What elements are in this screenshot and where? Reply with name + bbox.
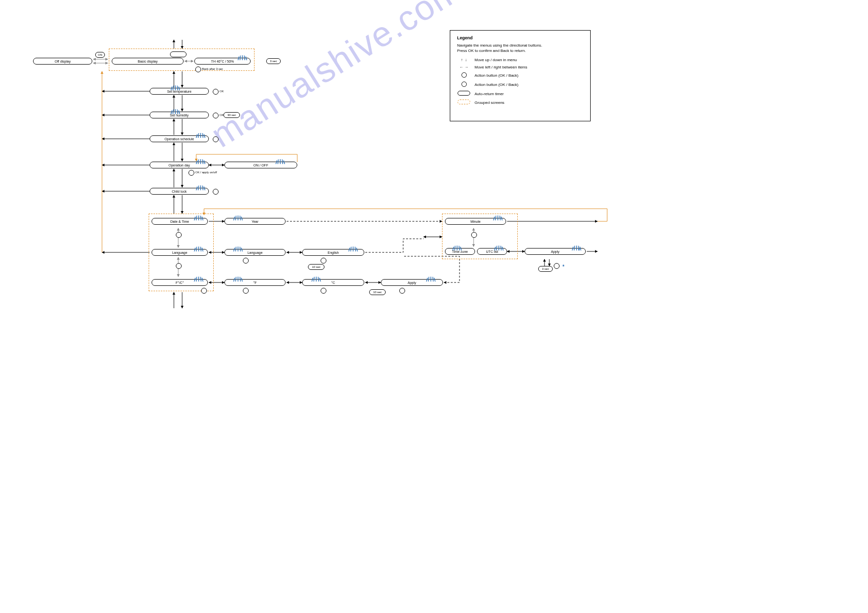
pill-content-c2: 10 sec <box>369 289 386 295</box>
legend-title: Legend <box>457 35 583 40</box>
circle-ambient <box>195 66 201 72</box>
node-op-day: Operation day <box>150 162 209 168</box>
node-right-c: Apply <box>525 248 586 255</box>
pill-on: ON <box>95 52 105 58</box>
label: Apply <box>408 281 416 284</box>
circle-set-temp <box>213 89 219 95</box>
label: ON / OFF <box>254 164 268 167</box>
label: Time zone <box>452 250 468 253</box>
node-op-day-onoff: ON / OFF <box>224 162 297 168</box>
label: Apply <box>551 250 560 253</box>
node-content-a1: Year <box>224 218 286 225</box>
label-set-temp-circ: OK <box>220 90 224 93</box>
node-menu-2: Language <box>152 249 208 256</box>
label: Year <box>252 220 258 223</box>
legend-dashed-label: Grouped screens <box>475 100 504 105</box>
legend-row-circle2: Action button (OK / Back) <box>457 82 583 88</box>
legend-row-pill: Auto-return timer <box>457 91 583 97</box>
label: Basic display <box>138 60 158 63</box>
label: Operation day <box>169 164 190 167</box>
label: °C <box>331 281 335 284</box>
legend-row-leftright: ← → Move left / right between items <box>457 65 583 69</box>
pill-basic-small <box>170 51 187 57</box>
asterisk-right-c: * <box>578 248 580 253</box>
node-right-a: Minute <box>445 218 506 225</box>
label: 30 sec <box>227 114 236 116</box>
node-menu-3: F°/C° <box>152 279 208 286</box>
circle-content-b2 <box>321 258 326 264</box>
node-ambient: TH 40°C / 50% <box>194 58 251 65</box>
label: Date & Time <box>170 220 189 223</box>
pill-content-b2: 10 sec <box>308 264 324 270</box>
node-content-b2: English <box>302 249 364 256</box>
node-op-schedule: Operation schedule <box>150 135 209 142</box>
circle-content-c1 <box>243 288 249 294</box>
label: Language <box>247 251 262 254</box>
label: Child lock <box>172 190 187 193</box>
circle-op-sched <box>213 136 219 142</box>
node-content-c2: °C <box>302 279 364 286</box>
legend-updown-label: Move up / down in menu <box>475 58 517 62</box>
circle-set-humidity <box>213 113 219 118</box>
node-right-b2: UTC list <box>477 248 507 255</box>
pill-ambient: 3 sec <box>266 58 281 64</box>
label: Operation schedule <box>165 137 194 141</box>
label: TH 40°C / 50% <box>211 60 234 63</box>
node-content-b1: Language <box>224 249 286 256</box>
label: Off display <box>55 60 71 63</box>
legend-row-circle: Action button (OK / Back) <box>457 72 583 79</box>
legend-leftright-label: Move left / right between items <box>475 65 528 69</box>
label: ON <box>98 53 102 56</box>
legend-row-updown: ↑ ↓ Move up / down in menu <box>457 58 583 62</box>
legend-circle-label: Action button (OK / Back) <box>475 73 518 78</box>
node-content-c3: Apply <box>381 279 443 286</box>
asterisk-right-c2: * <box>562 264 564 269</box>
legend-note-2: Press OK to confirm and Back to return. <box>457 49 583 53</box>
circle-menu-2 <box>176 263 182 269</box>
label: F°/C° <box>176 281 184 284</box>
label: Language <box>172 251 187 254</box>
label-op-day-circ: OK / apply on/off <box>195 171 217 174</box>
circle-right-a <box>471 232 477 238</box>
legend-row-dashed: Grouped screens <box>457 99 583 105</box>
circle-op-day <box>188 170 194 176</box>
label: 3 sec <box>542 267 549 270</box>
node-off-display: Off display <box>33 58 92 65</box>
node-right-b1: Time zone <box>445 248 475 255</box>
label: 10 sec <box>312 265 321 268</box>
circle-right-c <box>554 263 560 269</box>
circle-menu-1 <box>176 232 182 238</box>
label-ambient-circ: Back after 3 sec <box>202 67 223 70</box>
circle-child-lock <box>213 189 219 195</box>
watermark: manualshive.com <box>204 0 468 155</box>
node-set-temp: Set temperature <box>150 88 209 95</box>
circle-content-c3 <box>399 288 405 294</box>
circle-content-b1 <box>243 258 249 264</box>
label: Set humidity <box>170 114 189 117</box>
node-menu-1: Date & Time <box>152 218 208 225</box>
legend-pill-label: Auto-return timer <box>475 92 504 96</box>
legend-box: Legend Navigate the menus using the dire… <box>450 30 591 121</box>
node-content-c1: °F <box>224 279 286 286</box>
node-basic-display: Basic display <box>112 58 184 65</box>
node-set-humidity: Set humidity <box>150 112 209 118</box>
label: UTC list <box>486 250 498 253</box>
node-child-lock: Child lock <box>150 188 209 195</box>
pill-right-c: 3 sec <box>538 266 553 272</box>
legend-note-1: Navigate the menus using the directional… <box>457 43 583 48</box>
label: °F <box>253 281 256 284</box>
label: 3 sec <box>270 60 277 63</box>
label: 10 sec <box>373 291 382 294</box>
label: Set temperature <box>167 90 191 93</box>
label: English <box>328 251 339 254</box>
circle-menu-3 <box>201 288 207 294</box>
circle-content-c2 <box>321 288 326 294</box>
connector-lines <box>0 0 868 613</box>
pill-set-humidity: 30 sec <box>223 112 240 118</box>
legend-circle2-label: Action button (OK / Back) <box>475 83 518 87</box>
label: Minute <box>470 220 480 223</box>
